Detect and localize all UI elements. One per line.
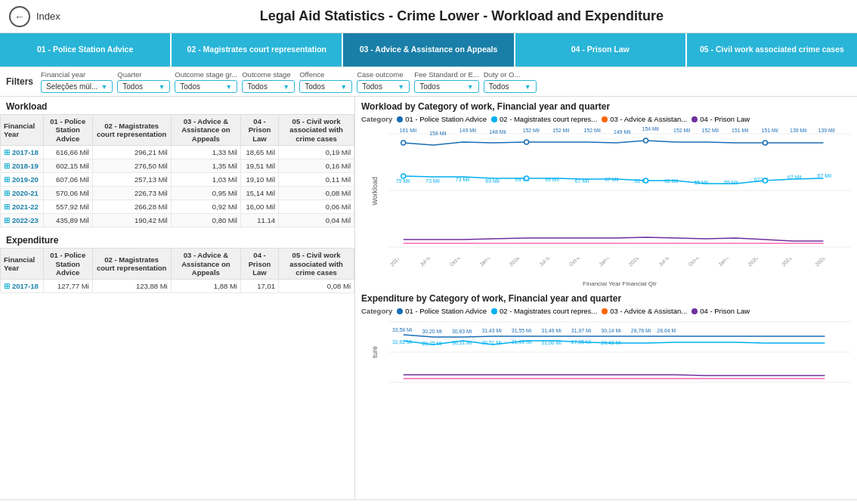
svg-text:31,55 Mi: 31,55 Mi bbox=[512, 328, 532, 333]
filter-q-select[interactable]: Todos ▼ bbox=[117, 80, 170, 93]
svg-text:2021-22 Q1: 2021-22 Q1 bbox=[781, 258, 804, 267]
row-c3: 1,35 Mil bbox=[171, 159, 240, 173]
exp-legend-label-3: 03 - Advice & Assistan... bbox=[610, 307, 687, 315]
tab-magistrates[interactable]: 02 - Magistrates court representation bbox=[172, 33, 343, 66]
table-row: ⊞2017-18 616,66 Mil 296,21 Mil 1,33 Mil … bbox=[1, 146, 354, 159]
svg-text:69 Mil: 69 Mil bbox=[545, 177, 559, 182]
svg-text:Oct-Dec: Oct-Dec bbox=[568, 258, 586, 267]
svg-text:67 Mil: 67 Mil bbox=[818, 173, 832, 178]
filter-duty-select[interactable]: Todos ▼ bbox=[484, 80, 537, 93]
back-icon: ← bbox=[14, 11, 25, 23]
filter-fs-select[interactable]: Todos ▼ bbox=[414, 80, 479, 93]
svg-text:2018-19 Q1: 2018-19 Q1 bbox=[509, 258, 532, 267]
filter-duty: Duty or O... Todos ▼ bbox=[484, 70, 537, 93]
row-c4: 16,00 Mil bbox=[240, 200, 278, 214]
tab-prison-law[interactable]: 04 - Prison Law bbox=[515, 33, 687, 66]
category-label: Category bbox=[361, 115, 392, 123]
exp-legend-dot-2 bbox=[491, 308, 497, 314]
main-content: Workload Financial Year 01 - Police Stat… bbox=[0, 97, 857, 499]
row-c1: 616,66 Mil bbox=[43, 146, 92, 159]
exp-legend-item-1: 01 - Police Station Advice bbox=[397, 307, 487, 315]
svg-text:69 Mil: 69 Mil bbox=[485, 178, 500, 184]
filter-case-outcome: Case outcome Todos ▼ bbox=[357, 70, 410, 93]
row-c4: 15,14 Mil bbox=[240, 187, 278, 200]
legend-label-4: 04 - Prison Law bbox=[700, 115, 750, 123]
expenditure-section-title: Expenditure bbox=[0, 230, 354, 248]
exp-col-header-advice: 03 - Advice & Assistance on Appeals bbox=[171, 249, 240, 280]
filter-off-select[interactable]: Todos ▼ bbox=[299, 80, 352, 93]
tab-civil-work[interactable]: 05 - Civil work associated crime cases bbox=[687, 33, 857, 66]
row-c1: 557,92 Mil bbox=[43, 200, 92, 214]
exp-col-header-prison: 04 - Prison Law bbox=[240, 249, 278, 280]
row-c2: 276,50 Mil bbox=[92, 159, 171, 173]
row-year: ⊞2017-18 bbox=[1, 146, 44, 159]
expenditure-chart-svg: 40 Mi 20 Mi 0 Mi 33,58 Mi 30,20 Mi 30,83… bbox=[388, 318, 851, 386]
table-row: ⊞2021-22 557,92 Mil 266,28 Mil 0,92 Mil … bbox=[1, 200, 354, 214]
workload-chart-wrapper: Workload 200 Mil 100 Mil 0 Mil 161 Mil bbox=[361, 126, 851, 287]
svg-text:28,78 Mi: 28,78 Mi bbox=[631, 328, 651, 333]
svg-text:161 Mil: 161 Mil bbox=[400, 128, 417, 133]
row-c5: 0,11 Mil bbox=[279, 173, 354, 187]
filter-og-select[interactable]: Todos ▼ bbox=[175, 80, 237, 93]
svg-point-41 bbox=[524, 176, 529, 181]
exp-category-label: Category bbox=[361, 307, 392, 315]
svg-text:73 Mil: 73 Mil bbox=[425, 178, 440, 184]
chevron-down-icon: ▼ bbox=[524, 83, 531, 91]
workload-chart-svg: 200 Mil 100 Mil 0 Mil 161 Mil 158 Mil 14… bbox=[388, 126, 851, 255]
exp-y-axis-label: ture bbox=[371, 346, 379, 358]
workload-y-axis-label: Workload bbox=[371, 177, 379, 206]
chevron-down-icon: ▼ bbox=[283, 83, 289, 91]
filter-fs-title: Fee Standard or E... bbox=[414, 70, 479, 79]
tabs-row: 01 - Police Station Advice 02 - Magistra… bbox=[0, 33, 857, 67]
chevron-down-icon: ▼ bbox=[101, 83, 107, 91]
svg-text:Jul-Sep: Jul-Sep bbox=[419, 258, 435, 267]
table-row: ⊞2020-21 570,06 Mil 226,73 Mil 0,95 Mil … bbox=[1, 187, 354, 200]
right-panel: Workload by Category of work, Financial … bbox=[355, 97, 857, 499]
filter-os-select[interactable]: Todos ▼ bbox=[242, 80, 295, 93]
legend-label-2: 02 - Magistrates court repres... bbox=[500, 115, 597, 123]
row-c3: 1,33 Mil bbox=[171, 146, 240, 159]
svg-text:2017-18 Q1: 2017-18 Q1 bbox=[389, 258, 413, 267]
col-header-mag: 02 - Magistrates court representation bbox=[92, 115, 171, 146]
filter-co-select[interactable]: Todos ▼ bbox=[357, 80, 410, 93]
svg-text:31,49 Mi: 31,49 Mi bbox=[541, 328, 562, 333]
svg-text:139 Mil: 139 Mil bbox=[818, 128, 836, 133]
svg-text:Jul-Sep: Jul-Sep bbox=[538, 258, 555, 267]
row-c2: 226,73 Mil bbox=[92, 187, 171, 200]
left-panel: Workload Financial Year 01 - Police Stat… bbox=[0, 97, 355, 499]
svg-text:139 Mil: 139 Mil bbox=[790, 128, 807, 133]
legend-item-3: 03 - Advice & Assistan... bbox=[602, 115, 687, 123]
row-c2: 266,28 Mil bbox=[92, 200, 171, 214]
filter-fy-select[interactable]: Seleções múl... ▼ bbox=[41, 80, 113, 93]
row-c5: 0,04 Mil bbox=[279, 214, 354, 227]
filter-quarter: Quarter Todos ▼ bbox=[117, 70, 170, 93]
row-c3: 0,80 Mil bbox=[171, 214, 240, 227]
row-year: ⊞2019-20 bbox=[1, 173, 44, 187]
svg-text:33,58 Mi: 33,58 Mi bbox=[392, 327, 413, 332]
row-c1: 602,15 Mil bbox=[43, 159, 92, 173]
tab-police-station[interactable]: 01 - Police Station Advice bbox=[0, 33, 172, 66]
svg-text:31,43 Mi: 31,43 Mi bbox=[481, 328, 502, 333]
exp-legend-label-4: 04 - Prison Law bbox=[700, 307, 750, 315]
svg-text:Jan-Mar: Jan-Mar bbox=[717, 258, 735, 267]
svg-text:Oct-Dec: Oct-Dec bbox=[449, 258, 466, 267]
row-c3: 0,95 Mil bbox=[171, 187, 240, 200]
svg-text:149 Mil: 149 Mil bbox=[614, 129, 631, 135]
svg-text:30,83 Mi: 30,83 Mi bbox=[452, 329, 472, 334]
expenditure-chart-area: ture 40 Mi 20 Mi 0 Mi 33,58 Mi 30,20 Mi … bbox=[361, 318, 851, 386]
svg-text:30,14 Mi: 30,14 Mi bbox=[601, 328, 621, 333]
table-row: ⊞2019-20 607,06 Mil 257,13 Mil 1,03 Mil … bbox=[1, 173, 354, 187]
workload-table: Financial Year 01 - Police Station Advic… bbox=[0, 114, 354, 227]
svg-text:152 Mil: 152 Mil bbox=[584, 128, 602, 133]
svg-text:148 Mil: 148 Mil bbox=[489, 129, 506, 135]
index-label[interactable]: Index bbox=[36, 11, 60, 22]
row-c3: 1,88 Mi bbox=[171, 280, 240, 293]
workload-chart-title: Workload by Category of work, Financial … bbox=[361, 101, 851, 112]
row-year: ⊞2022-23 bbox=[1, 214, 44, 227]
back-button[interactable]: ← bbox=[9, 6, 30, 27]
row-c1: 607,06 Mil bbox=[43, 173, 92, 187]
legend-label-3: 03 - Advice & Assistan... bbox=[610, 115, 687, 123]
tab-advice-appeals[interactable]: 03 - Advice & Assistance on Appeals bbox=[343, 33, 515, 66]
svg-text:151 Mil: 151 Mil bbox=[732, 128, 749, 133]
svg-text:152 Mil: 152 Mil bbox=[552, 128, 570, 133]
